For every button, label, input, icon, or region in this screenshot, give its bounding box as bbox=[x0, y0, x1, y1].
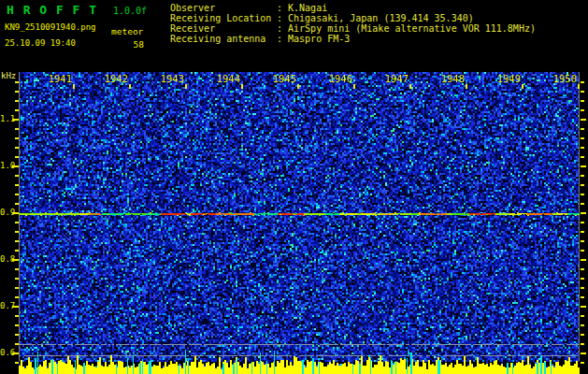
freq-tick-mark bbox=[15, 278, 19, 280]
freq-tick-label: 1.1 bbox=[0, 114, 13, 123]
freq-tick-mark bbox=[12, 259, 19, 261]
station-info-label: Receiving Location bbox=[170, 13, 277, 23]
station-info-row: Receiver: AirSpy mini (Miake alternative… bbox=[170, 23, 536, 34]
freq-tick-mark bbox=[15, 147, 19, 149]
time-tick-label: 1942 bbox=[86, 73, 128, 84]
freq-tick-mark-right bbox=[581, 287, 584, 289]
freq-tick-mark-right bbox=[581, 184, 584, 186]
freq-tick-mark-right bbox=[581, 324, 584, 326]
freq-tick-mark-right bbox=[581, 147, 584, 149]
app-title: H R O F F T bbox=[7, 3, 97, 17]
station-info-row: Receiving antenna: Maspro FM-3 bbox=[170, 34, 536, 44]
freq-tick-label: 0.8 bbox=[0, 254, 13, 264]
freq-tick-mark bbox=[15, 222, 19, 223]
freq-tick-label: 0.9 bbox=[0, 208, 13, 217]
station-info-label: Receiver bbox=[170, 23, 277, 34]
freq-tick-mark bbox=[15, 240, 19, 242]
time-tick-label: 1949 bbox=[479, 73, 521, 84]
freq-tick-mark bbox=[15, 268, 19, 270]
freq-tick-mark-right bbox=[581, 231, 584, 233]
freq-tick-mark bbox=[15, 296, 19, 298]
freq-tick-label: 0.6 bbox=[0, 348, 13, 357]
frequency-axis-unit: kHz bbox=[1, 71, 16, 80]
freq-tick-mark-right bbox=[581, 194, 584, 195]
freq-tick-mark bbox=[15, 137, 19, 139]
time-tick-label: 1943 bbox=[142, 73, 184, 84]
freq-tick-mark bbox=[15, 128, 19, 130]
station-info-row: Receiving Location: Chigasaki, Japan (13… bbox=[170, 13, 536, 23]
freq-tick-mark bbox=[15, 334, 19, 336]
hrofft-window: H R O F F T 1.0.0f KN9_2510091940.png 25… bbox=[0, 0, 588, 374]
freq-tick-mark-right bbox=[581, 128, 584, 130]
station-info-label: Observer bbox=[170, 3, 277, 13]
freq-tick-mark-right bbox=[581, 334, 584, 336]
time-tick-label: 1950 bbox=[535, 73, 577, 84]
observation-datetime: 25.10.09 19:40 bbox=[5, 38, 76, 48]
time-tick-label: 1944 bbox=[198, 73, 240, 84]
freq-tick-mark bbox=[15, 91, 19, 93]
freq-tick-label: 1.0 bbox=[0, 161, 13, 170]
spectrogram-canvas bbox=[19, 72, 580, 374]
freq-tick-mark bbox=[15, 156, 19, 158]
freq-tick-mark bbox=[15, 362, 19, 364]
freq-tick-mark-right bbox=[581, 306, 586, 308]
freq-tick-mark bbox=[12, 119, 19, 121]
freq-tick-mark-right bbox=[581, 212, 586, 214]
time-tick-label: 1948 bbox=[423, 73, 465, 84]
time-tick-label: 1946 bbox=[310, 73, 352, 84]
freq-tick-mark-right bbox=[581, 278, 584, 280]
freq-tick-mark-right bbox=[581, 156, 584, 158]
freq-tick-mark-right bbox=[581, 268, 584, 270]
freq-tick-mark bbox=[12, 212, 19, 214]
time-tick-label: 1941 bbox=[30, 73, 72, 84]
freq-tick-mark bbox=[15, 315, 19, 317]
freq-tick-mark bbox=[15, 324, 19, 326]
freq-tick-mark-right bbox=[581, 119, 586, 121]
freq-tick-mark-right bbox=[581, 81, 584, 83]
freq-tick-mark bbox=[15, 203, 19, 205]
freq-tick-mark bbox=[15, 343, 19, 345]
station-info: Observer: K.NagaiReceiving Location: Chi… bbox=[170, 3, 536, 44]
station-info-value: : Chigasaki, Japan (139.414 35.340) bbox=[277, 13, 474, 23]
output-filename: KN9_2510091940.png bbox=[5, 22, 96, 32]
station-info-label: Receiving antenna bbox=[170, 34, 277, 44]
freq-tick-mark bbox=[12, 352, 19, 354]
freq-tick-mark-right bbox=[581, 100, 584, 102]
freq-tick-mark-right bbox=[581, 352, 586, 354]
freq-tick-mark bbox=[15, 231, 19, 233]
freq-tick-mark-right bbox=[581, 222, 584, 223]
freq-tick-mark bbox=[15, 194, 19, 195]
station-info-value: : K.Nagai bbox=[277, 3, 327, 13]
time-tick-label: 1947 bbox=[366, 73, 409, 84]
freq-tick-mark bbox=[15, 287, 19, 289]
station-info-value: : Maspro FM-3 bbox=[277, 34, 350, 44]
freq-tick-mark-right bbox=[581, 343, 584, 345]
freq-tick-mark bbox=[15, 100, 19, 102]
freq-tick-mark-right bbox=[581, 315, 584, 317]
freq-tick-mark bbox=[15, 109, 19, 111]
freq-tick-label: 0.7 bbox=[0, 301, 13, 310]
freq-tick-mark-right bbox=[581, 203, 584, 205]
meteor-count-value: 58 bbox=[111, 39, 144, 50]
freq-tick-mark-right bbox=[581, 240, 584, 242]
freq-tick-mark bbox=[12, 165, 19, 167]
freq-tick-mark bbox=[15, 184, 19, 186]
freq-tick-mark-right bbox=[581, 109, 584, 111]
meteor-count-label: meteor bbox=[111, 26, 143, 36]
freq-tick-mark-right bbox=[581, 250, 584, 252]
freq-tick-mark bbox=[15, 81, 19, 83]
station-info-row: Observer: K.Nagai bbox=[170, 3, 536, 13]
freq-tick-mark-right bbox=[581, 362, 584, 364]
app-version: 1.0.0f bbox=[113, 6, 147, 16]
freq-tick-mark bbox=[15, 250, 19, 252]
freq-tick-mark-right bbox=[581, 259, 586, 261]
freq-tick-mark-right bbox=[581, 91, 584, 93]
freq-tick-mark-right bbox=[581, 165, 586, 167]
freq-tick-mark bbox=[12, 306, 19, 308]
time-tick-label: 1945 bbox=[254, 73, 296, 84]
station-info-value: : AirSpy mini (Miake alternative VOR 111… bbox=[277, 23, 536, 34]
freq-tick-mark-right bbox=[581, 137, 584, 139]
freq-tick-mark bbox=[15, 175, 19, 177]
freq-tick-mark-right bbox=[581, 175, 584, 177]
freq-tick-mark-right bbox=[581, 296, 584, 298]
